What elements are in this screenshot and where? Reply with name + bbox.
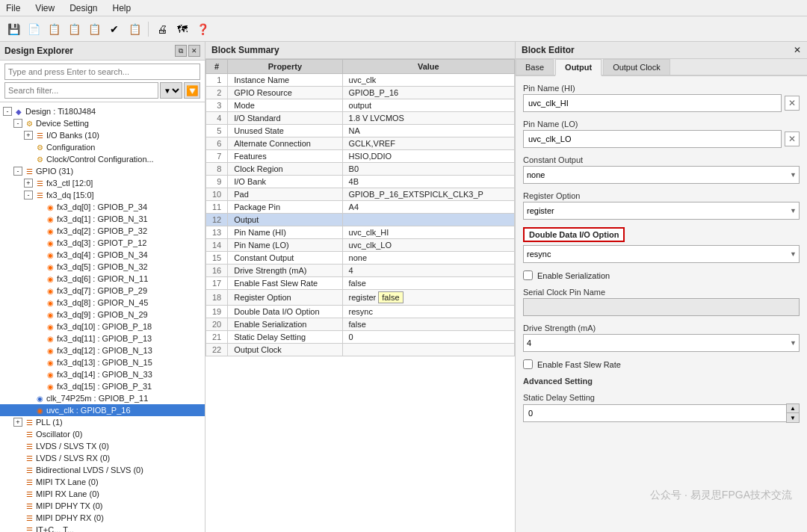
table-row[interactable]: 18Register Optionregister false	[206, 290, 515, 306]
tree-row[interactable]: ◉fx3_dq[4] : GPIOB_N_34	[0, 249, 205, 261]
tree-row[interactable]: ◉clk_74P25m : GPIOB_P_11	[0, 392, 205, 404]
toolbar-btn7[interactable]: 📋	[126, 20, 143, 38]
table-row[interactable]: 6Alternate ConnectionGCLK,VREF	[206, 137, 515, 150]
tree-row[interactable]: ◉fx3_dq[1] : GPIOB_N_31	[0, 213, 205, 225]
toolbar-help[interactable]: ❓	[194, 20, 211, 38]
tree-toggle[interactable]: +	[24, 179, 33, 188]
tree-row[interactable]: ◉fx3_dq[9] : GPIOB_N_29	[0, 309, 205, 321]
tree-toggle[interactable]: -	[13, 119, 22, 128]
table-row[interactable]: 13Pin Name (HI)uvc_clk_HI	[206, 226, 515, 239]
serialization-checkbox[interactable]	[523, 270, 533, 280]
ddi-select[interactable]: resyncresetnone	[523, 245, 800, 263]
table-row[interactable]: 22Output Clock	[206, 344, 515, 356]
tree-row[interactable]: ☰Bidirectional LVDS / SLVS (0)	[0, 464, 205, 476]
table-row[interactable]: 5Unused StateNA	[206, 125, 515, 137]
tree-row[interactable]: ◉fx3_dq[5] : GPIOB_N_32	[0, 261, 205, 273]
drive-select[interactable]: 4812	[523, 334, 800, 352]
table-row[interactable]: 8Clock RegionB0	[206, 163, 515, 176]
tree-row[interactable]: ◉fx3_dq[0] : GPIOB_P_34	[0, 201, 205, 213]
tree-row[interactable]: ☰IT+C... T...	[0, 524, 205, 532]
toolbar-check[interactable]: ✔	[105, 20, 123, 38]
tree-row[interactable]: ☰MIPI RX Lane (0)	[0, 488, 205, 500]
tree-row[interactable]: ◉fx3_dq[6] : GPIOR_N_11	[0, 273, 205, 285]
tree-row[interactable]: ⚙Configuration	[0, 141, 205, 153]
menu-help[interactable]: Help	[110, 2, 134, 14]
filter-action-btn[interactable]: 🔽	[184, 82, 200, 99]
panel-restore-btn[interactable]: ⧉	[175, 45, 187, 57]
constant-output-select[interactable]: none01	[523, 166, 800, 184]
tree-row[interactable]: -◆Design : Ti180J484	[0, 105, 205, 117]
tree-row[interactable]: ◉uvc_clk : GPIOB_P_16	[0, 404, 205, 416]
table-row[interactable]: 11Package PinA4	[206, 201, 515, 214]
tree-row[interactable]: ◉fx3_dq[15] : GPIOB_P_31	[0, 380, 205, 392]
pin-hi-clear[interactable]: ✕	[785, 96, 800, 111]
panel-close-btn[interactable]: ✕	[188, 45, 200, 57]
tree-row[interactable]: -☰fx3_dq [15:0]	[0, 189, 205, 201]
toolbar-map[interactable]: 🗺	[173, 20, 191, 38]
toolbar-btn4[interactable]: 📋	[65, 20, 83, 38]
search-input[interactable]	[4, 64, 200, 80]
toolbar-btn3[interactable]: 📋	[45, 20, 63, 38]
filter-input[interactable]	[4, 82, 158, 99]
filter-dropdown[interactable]: ▼	[160, 82, 182, 99]
pin-lo-input[interactable]	[523, 130, 782, 148]
tree-row[interactable]: ☰MIPI DPHY RX (0)	[0, 512, 205, 524]
table-row[interactable]: 2GPIO ResourceGPIOB_P_16	[206, 87, 515, 99]
table-row[interactable]: 3Modeoutput	[206, 99, 515, 112]
tree-row[interactable]: +☰I/O Banks (10)	[0, 129, 205, 141]
table-row[interactable]: 21Static Delay Setting0	[206, 331, 515, 344]
static-delay-input[interactable]	[523, 404, 786, 422]
toolbar-print[interactable]: 🖨	[153, 20, 171, 38]
block-summary-table-scroll[interactable]: # Property Value 1Instance Nameuvc_clk2G…	[205, 59, 515, 532]
static-delay-down[interactable]: ▼	[787, 413, 799, 422]
tree-row[interactable]: ◉fx3_dq[13] : GPIOB_N_15	[0, 356, 205, 368]
tree-row[interactable]: ⚙Clock/Control Configuration...	[0, 153, 205, 165]
table-row[interactable]: 12Output	[206, 214, 515, 226]
tree-row[interactable]: ☰MIPI TX Lane (0)	[0, 476, 205, 488]
toolbar-btn5[interactable]: 📋	[85, 20, 103, 38]
table-row[interactable]: 19Double Data I/O Optionresync	[206, 306, 515, 318]
tree-row[interactable]: ◉fx3_dq[10] : GPIOB_P_18	[0, 321, 205, 332]
tree-toggle[interactable]: +	[24, 131, 33, 140]
table-row[interactable]: 20Enable Serializationfalse	[206, 318, 515, 331]
tab-base[interactable]: Base	[516, 59, 554, 75]
table-row[interactable]: 4I/O Standard1.8 V LVCMOS	[206, 112, 515, 125]
table-row[interactable]: 1Instance Nameuvc_clk	[206, 74, 515, 87]
tab-output[interactable]: Output	[555, 59, 602, 76]
pin-lo-clear[interactable]: ✕	[785, 132, 800, 146]
tree-row[interactable]: ◉fx3_dq[8] : GPIOR_N_45	[0, 297, 205, 309]
menu-design[interactable]: Design	[67, 2, 100, 14]
static-delay-up[interactable]: ▲	[787, 404, 799, 413]
tree-toggle[interactable]: -	[24, 191, 33, 200]
table-row[interactable]: 15Constant Outputnone	[206, 252, 515, 265]
toolbar-btn2[interactable]: 📄	[25, 20, 43, 38]
slew-checkbox[interactable]	[523, 359, 533, 369]
block-editor-close[interactable]: ✕	[794, 45, 801, 55]
table-row[interactable]: 17Enable Fast Slew Ratefalse	[206, 277, 515, 290]
pin-hi-input[interactable]	[523, 94, 782, 112]
tree-row[interactable]: ☰Oscillator (0)	[0, 428, 205, 440]
table-row[interactable]: 14Pin Name (LO)uvc_clk_LO	[206, 239, 515, 252]
table-row[interactable]: 9I/O Bank4B	[206, 176, 515, 188]
tree-row[interactable]: ☰MIPI DPHY TX (0)	[0, 500, 205, 512]
tree-row[interactable]: ☰LVDS / SLVS RX (0)	[0, 452, 205, 464]
toolbar-save[interactable]: 💾	[4, 20, 22, 38]
tree-row[interactable]: ◉fx3_dq[2] : GPIOB_P_32	[0, 225, 205, 237]
tree-row[interactable]: +☰fx3_ctl [12:0]	[0, 177, 205, 189]
tree-row[interactable]: ◉fx3_dq[3] : GPIOT_P_12	[0, 237, 205, 249]
menu-file[interactable]: File	[3, 2, 23, 14]
tab-output-clock[interactable]: Output Clock	[603, 59, 670, 75]
table-row[interactable]: 10PadGPIOB_P_16_EXTSPICLK_CLK3_P	[206, 188, 515, 201]
tree-row[interactable]: ◉fx3_dq[14] : GPIOB_N_33	[0, 368, 205, 380]
tree-row[interactable]: ☰LVDS / SLVS TX (0)	[0, 440, 205, 452]
tree-row[interactable]: ◉fx3_dq[12] : GPIOB_N_13	[0, 344, 205, 356]
tree-row[interactable]: -☰GPIO (31)	[0, 165, 205, 177]
tree-row[interactable]: +☰PLL (1)	[0, 416, 205, 428]
tree-row[interactable]: -⚙Device Setting	[0, 117, 205, 129]
table-row[interactable]: 7FeaturesHSIO,DDIO	[206, 150, 515, 163]
table-row[interactable]: 16Drive Strength (mA)4	[206, 265, 515, 277]
tree-row[interactable]: ◉fx3_dq[7] : GPIOB_P_29	[0, 285, 205, 297]
register-option-select[interactable]: registerbypass	[523, 202, 800, 220]
menu-view[interactable]: View	[32, 2, 58, 14]
tree-toggle[interactable]: -	[3, 107, 12, 116]
